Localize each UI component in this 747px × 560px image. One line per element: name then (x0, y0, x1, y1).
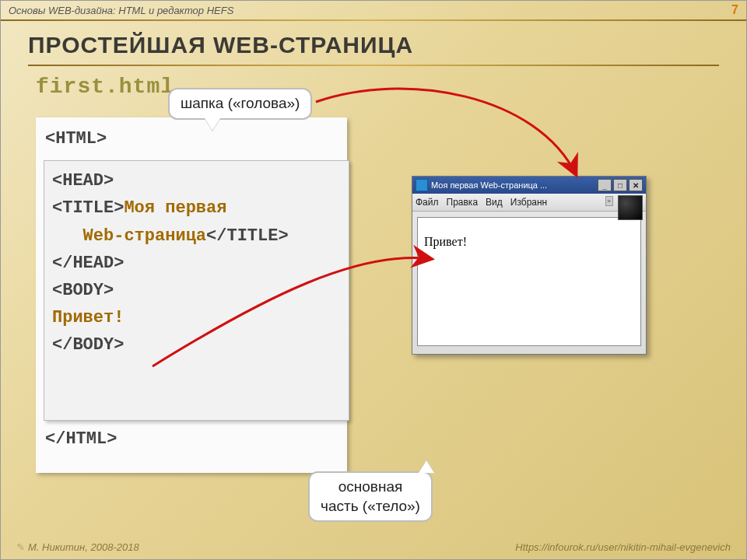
maximize-button[interactable]: □ (613, 179, 627, 191)
code-line: </HTML> (45, 425, 338, 453)
browser-app-icon (416, 179, 428, 191)
page-body-text: Привет! (424, 235, 467, 248)
chevron-right-icon[interactable]: » (605, 196, 613, 206)
context-text: Основы WEB-дизайна: HTML и редактор HEFS (9, 5, 233, 16)
browser-logo-icon (618, 195, 643, 220)
browser-viewport: Привет! (417, 217, 641, 346)
pencil-icon: ✎ (16, 541, 25, 553)
menu-item-favorites[interactable]: Избранн (510, 197, 547, 208)
code-line: Web-страница</TITLE> (52, 222, 341, 250)
callout-head: шапка («голова») (168, 88, 312, 120)
code-box-inner: <HEAD> <TITLE>Моя первая Web-страница</T… (44, 160, 349, 421)
browser-title-text: Моя первая Web-страница ... (431, 180, 596, 190)
browser-window: Моя первая Web-страница ... _ □ ✕ Файл П… (412, 176, 647, 355)
code-line: </HEAD> (52, 250, 341, 277)
page-number: 7 (731, 3, 738, 17)
code-line: <HTML> (45, 125, 338, 152)
menu-item-file[interactable]: Файл (416, 197, 439, 208)
author-text: ✎М. Никитин, 2008-2018 (16, 541, 139, 553)
slide-title: Простейшая Web-страница (28, 32, 413, 58)
filename-label: first.html (36, 75, 174, 99)
menu-item-view[interactable]: Вид (486, 197, 503, 208)
code-line: <TITLE>Моя первая (52, 194, 341, 222)
callout-body: основная часть («тело») (308, 471, 433, 522)
code-line: Привет! (52, 304, 341, 331)
minimize-button[interactable]: _ (598, 179, 612, 191)
browser-menubar: Файл Правка Вид Избранн » (412, 194, 646, 212)
browser-titlebar: Моя первая Web-страница ... _ □ ✕ (412, 177, 646, 194)
title-underline (28, 65, 719, 66)
footer-bar: ✎М. Никитин, 2008-2018 Https://infourok.… (1, 539, 746, 555)
footer-url: Https://infourok.ru/user/nikitin-mihail-… (515, 541, 731, 553)
code-line: </BODY> (52, 331, 341, 359)
context-bar: Основы WEB-дизайна: HTML и редактор HEFS… (1, 1, 746, 19)
code-box-outer: <HTML> <HEAD> <TITLE>Моя первая Web-стра… (36, 117, 347, 473)
code-line: <BODY> (52, 277, 341, 304)
slide: Основы WEB-дизайна: HTML и редактор HEFS… (0, 0, 747, 560)
code-line: <HEAD> (52, 167, 341, 194)
close-button[interactable]: ✕ (629, 179, 643, 191)
menu-item-edit[interactable]: Правка (447, 197, 479, 208)
separator (1, 19, 746, 21)
